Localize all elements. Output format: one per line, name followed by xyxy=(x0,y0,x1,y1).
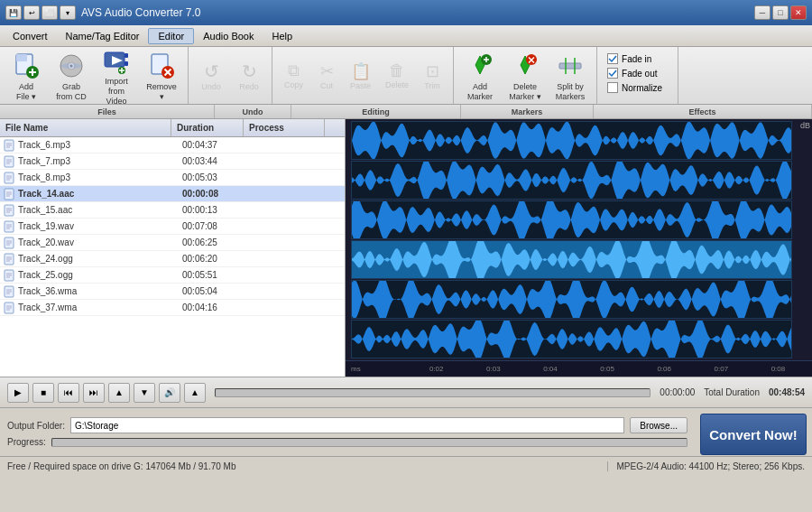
next-button[interactable]: ⏭ xyxy=(83,383,105,403)
import-from-video-button[interactable]: Importfrom Video xyxy=(96,42,137,108)
paste-button[interactable]: 📋 Paste xyxy=(344,57,377,95)
menu-editor[interactable]: Editor xyxy=(148,28,194,44)
normalize-checkbox[interactable] xyxy=(607,82,618,93)
db-label: dB xyxy=(800,121,810,130)
remove-label: Remove ▾ xyxy=(143,82,180,102)
file-row[interactable]: Track_7.mp300:03:44 xyxy=(0,154,345,170)
svg-point-8 xyxy=(60,63,82,69)
file-name: Track_19.wav xyxy=(18,221,177,231)
menu-audio-book[interactable]: Audio Book xyxy=(194,29,263,43)
file-row[interactable]: Track_8.mp300:05:03 xyxy=(0,170,345,186)
browse-button[interactable]: Browse... xyxy=(630,417,687,433)
file-row[interactable]: Track_15.aac00:00:13 xyxy=(0,202,345,219)
undo-button[interactable]: ↺ Undo xyxy=(194,56,228,96)
bottom-section: Output Folder: G:\Storage Browse... Prog… xyxy=(0,407,812,456)
timeline-tick: 0:05 xyxy=(579,365,636,373)
toolbar-effects-group: Fade in Fade out Normalize xyxy=(597,47,678,104)
copy-label: Copy xyxy=(284,80,303,89)
timeline-tick: 0:06 xyxy=(636,365,693,373)
fade-out-item[interactable]: Fade out xyxy=(604,67,660,79)
menu-icon-3[interactable]: ⬜ xyxy=(42,5,58,20)
file-row[interactable]: Track_25.ogg00:05:51 xyxy=(0,267,345,284)
menu-icon-2[interactable]: ↩ xyxy=(23,5,40,20)
effects-group-label: Effects xyxy=(594,105,812,118)
trim-label: Trim xyxy=(424,81,440,90)
file-duration: 00:05:51 xyxy=(177,270,249,280)
redo-button[interactable]: ↻ Redo xyxy=(232,56,266,96)
move-down-button[interactable]: ▼ xyxy=(134,383,155,403)
grab-cd-label: Grabfrom CD xyxy=(56,82,87,102)
file-row[interactable]: Track_19.wav00:07:08 xyxy=(0,219,345,235)
timeline: ms0:020:030:040:050:060:070:08 xyxy=(346,360,812,377)
menu-convert[interactable]: Convert xyxy=(4,29,57,43)
normalize-item[interactable]: Normalize xyxy=(604,81,665,94)
convert-now-button[interactable]: Convert Now! xyxy=(700,414,807,455)
play-button[interactable]: ▶ xyxy=(7,383,29,403)
trim-button[interactable]: ⊡ Trim xyxy=(417,57,448,95)
menu-help[interactable]: Help xyxy=(263,29,301,43)
waveform-track[interactable] xyxy=(351,121,792,160)
file-name: Track_8.mp3 xyxy=(18,172,177,182)
file-duration: 00:04:16 xyxy=(177,303,249,312)
toolbar-files-group: AddFile ▾ Grabfrom CD xyxy=(0,47,189,104)
volume-button[interactable]: 🔊 xyxy=(159,383,180,403)
file-row[interactable]: Track_6.mp300:04:37 xyxy=(0,137,345,154)
file-duration: 00:07:08 xyxy=(177,221,249,231)
toolbar-editing-group: ⧉ Copy ✂ Cut 📋 Paste 🗑 Delete ⊡ Trim xyxy=(272,47,454,104)
file-name: Track_15.aac xyxy=(18,205,177,215)
file-name: Track_6.mp3 xyxy=(18,140,177,150)
add-marker-button[interactable]: AddMarker xyxy=(459,47,501,105)
maximize-button[interactable]: □ xyxy=(772,5,789,20)
close-button[interactable]: ✕ xyxy=(790,5,807,20)
split-markers-icon xyxy=(556,51,585,80)
output-row: Output Folder: G:\Storage Browse... xyxy=(7,417,687,433)
toolbar-section-labels: Files Undo Editing Markers Effects xyxy=(0,105,812,119)
progress-label: Progress: xyxy=(7,437,46,447)
fade-out-checkbox[interactable] xyxy=(607,68,618,79)
waveform-track[interactable] xyxy=(351,320,792,358)
timeline-tick: ms xyxy=(351,365,408,373)
fade-in-item[interactable]: Fade in xyxy=(604,52,654,65)
file-row[interactable]: Track_14.aac00:00:08 xyxy=(0,186,345,202)
add-file-button[interactable]: AddFile ▾ xyxy=(5,47,47,105)
delete-marker-icon xyxy=(511,51,540,80)
add-marker-label: AddMarker xyxy=(467,82,493,102)
progress-row: Progress: xyxy=(7,437,687,447)
file-row[interactable]: Track_37.wma00:04:16 xyxy=(0,300,345,316)
output-path-display[interactable]: G:\Storage xyxy=(70,417,624,433)
move-up-button[interactable]: ▲ xyxy=(108,383,130,403)
prev-button[interactable]: ⏮ xyxy=(58,383,79,403)
fade-in-checkbox[interactable] xyxy=(607,53,618,64)
grab-from-cd-button[interactable]: Grabfrom CD xyxy=(51,47,92,105)
file-icon xyxy=(3,155,15,168)
file-duration: 00:03:44 xyxy=(177,156,249,166)
file-row[interactable]: Track_20.wav00:06:25 xyxy=(0,235,345,251)
volume-up-button[interactable]: ▲ xyxy=(184,383,206,403)
copy-button[interactable]: ⧉ Copy xyxy=(278,57,309,94)
file-row[interactable]: Track_36.wma00:05:04 xyxy=(0,284,345,300)
delete-marker-button[interactable]: DeleteMarker ▾ xyxy=(504,47,546,105)
waveform-track[interactable] xyxy=(351,161,792,200)
minimize-button[interactable]: ─ xyxy=(754,5,770,20)
delete-button[interactable]: 🗑 Delete xyxy=(379,57,415,94)
waveform-panel: dB ms0:020:030:040:050:060:070:08 xyxy=(346,119,812,377)
file-duration: 00:04:37 xyxy=(177,140,249,150)
file-duration: 00:05:04 xyxy=(177,286,249,296)
file-row[interactable]: Track_24.ogg00:06:20 xyxy=(0,251,345,267)
remove-button[interactable]: Remove ▾ xyxy=(141,47,182,105)
stop-button[interactable]: ■ xyxy=(32,383,54,403)
grab-cd-icon xyxy=(57,51,86,80)
waveform-track[interactable] xyxy=(351,280,792,319)
menu-icon-4[interactable]: ▾ xyxy=(60,5,76,20)
seek-bar[interactable] xyxy=(215,388,651,397)
waveform-track[interactable] xyxy=(351,240,792,279)
import-video-label: Importfrom Video xyxy=(98,77,134,106)
timeline-tick: 0:02 xyxy=(408,365,465,373)
waveform-track[interactable] xyxy=(351,200,792,239)
cut-button[interactable]: ✂ Cut xyxy=(311,57,342,95)
redo-label: Redo xyxy=(239,82,259,91)
file-name: Track_25.ogg xyxy=(18,270,177,280)
split-by-markers-button[interactable]: Split byMarkers xyxy=(549,47,591,105)
menu-icon-1[interactable]: 💾 xyxy=(5,5,22,20)
menu-name-tag-editor[interactable]: Name/Tag Editor xyxy=(57,29,149,43)
